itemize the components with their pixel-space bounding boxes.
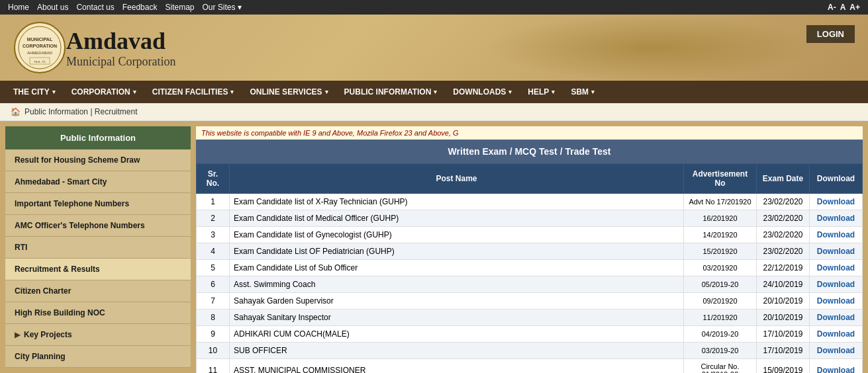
download-link[interactable]: Download <box>817 280 855 289</box>
nav-our-sites[interactable]: Our Sites ▾ <box>203 3 242 12</box>
cell-date: 23/02/2020 <box>757 194 810 210</box>
key-projects-arrow-icon: ▶ <box>15 331 20 339</box>
main-navigation: THE CITY ▾ CORPORATION ▾ CITIZEN FACILIT… <box>0 81 868 103</box>
cell-download[interactable]: Download <box>810 227 863 243</box>
table-row: 1 Exam Candidate list of X-Ray Technicia… <box>197 194 863 210</box>
font-size-controls: A- A A+ <box>828 3 860 12</box>
cell-date: 23/02/2020 <box>757 243 810 260</box>
download-link[interactable]: Download <box>817 214 855 223</box>
table-row: 5 Exam Candidate List of Sub Officer 03/… <box>197 260 863 276</box>
cell-sr: 3 <box>197 227 230 243</box>
table-row: 7 Sahayak Garden Supervisor 09/201920 20… <box>197 293 863 310</box>
breadcrumb-path: Public Information | Recruitment <box>24 107 138 116</box>
col-download: Download <box>810 164 863 194</box>
download-link[interactable]: Download <box>817 197 855 206</box>
cell-sr: 6 <box>197 276 230 293</box>
nav-sitemap[interactable]: Sitemap <box>165 3 194 12</box>
nav-contact[interactable]: Contact us <box>76 3 114 12</box>
nav-home[interactable]: Home <box>8 3 29 12</box>
cell-date: 20/10/2019 <box>757 293 810 310</box>
nav-downloads[interactable]: DOWNLOADS ▾ <box>445 81 520 103</box>
sidebar-item-telephone[interactable]: Important Telephone Numbers <box>5 193 191 215</box>
cell-post: ASST. MUNICIPAL COMMISSIONER <box>230 359 684 374</box>
cell-post: Asst. Swimming Coach <box>230 276 684 293</box>
svg-text:MUNICIPAL: MUNICIPAL <box>27 37 53 42</box>
header-text: Amdavad Municipal Corporation <box>66 27 855 69</box>
svg-text:અ.મ.કો.: અ.મ.કો. <box>34 60 46 63</box>
cell-post: Sahayak Sanitary Inspector <box>230 310 684 326</box>
cell-download[interactable]: Download <box>810 343 863 359</box>
svg-text:CORPORATION: CORPORATION <box>23 44 57 48</box>
nav-public-information[interactable]: PUBLIC INFORMATION ▾ <box>336 81 446 103</box>
main-content: This website is compatible with IE 9 and… <box>196 126 863 373</box>
cell-download[interactable]: Download <box>810 210 863 227</box>
table-section-title: Written Exam / MCQ Test / Trade Test <box>196 140 863 163</box>
sidebar-item-smart-city[interactable]: Ahmedabad - Smart City <box>5 171 191 193</box>
cell-post: Exam Candidate list of Gynecologist (GUH… <box>230 227 684 243</box>
nav-help[interactable]: HELP ▾ <box>520 81 563 103</box>
font-decrease[interactable]: A- <box>828 3 836 12</box>
cell-adv: Circular No. 01/2019-20 <box>684 359 757 374</box>
sidebar-item-citizen-charter[interactable]: Citizen Charter <box>5 280 191 302</box>
table-row: 11 ASST. MUNICIPAL COMMISSIONER Circular… <box>197 359 863 374</box>
cell-sr: 2 <box>197 210 230 227</box>
site-header: MUNICIPAL CORPORATION AHMEDABAD અ.મ.કો. … <box>0 15 868 81</box>
sidebar-item-city-planning[interactable]: City Planning <box>5 346 191 368</box>
download-link[interactable]: Download <box>817 366 855 373</box>
nav-citizen-facilities[interactable]: CITIZEN FACILITIES ▾ <box>144 81 242 103</box>
cell-post: Exam Candidate List of Sub Officer <box>230 260 684 276</box>
nav-the-city[interactable]: THE CITY ▾ <box>5 81 64 103</box>
sidebar-item-recruitment[interactable]: Recruitment & Results <box>5 259 191 280</box>
download-link[interactable]: Download <box>817 230 855 239</box>
font-increase[interactable]: A+ <box>849 3 860 12</box>
cell-post: ADHIKARI CUM COACH(MALE) <box>230 326 684 343</box>
cell-download[interactable]: Download <box>810 276 863 293</box>
download-link[interactable]: Download <box>817 296 855 306</box>
breadcrumb: 🏠 Public Information | Recruitment <box>0 103 868 121</box>
content-area: Public Information Result for Housing Sc… <box>0 121 868 373</box>
cell-adv: 15/201920 <box>684 243 757 260</box>
download-link[interactable]: Download <box>817 313 855 322</box>
sidebar-item-housing[interactable]: Result for Housing Scheme Draw <box>5 149 191 171</box>
login-button[interactable]: LOGIN <box>806 25 855 43</box>
nav-sbm-arrow: ▾ <box>591 89 595 95</box>
sidebar-item-key-projects[interactable]: ▶ Key Projects <box>5 324 191 346</box>
font-normal[interactable]: A <box>840 3 846 12</box>
col-adv: Advertisement No <box>684 164 757 194</box>
cell-download[interactable]: Download <box>810 243 863 260</box>
cell-download[interactable]: Download <box>810 310 863 326</box>
cell-sr: 11 <box>197 359 230 374</box>
nav-online-services[interactable]: ONLINE SERVICES ▾ <box>242 81 336 103</box>
sidebar-item-highrise[interactable]: High Rise Building NOC <box>5 302 191 324</box>
nav-sbm[interactable]: SBM ▾ <box>563 81 603 103</box>
home-icon[interactable]: 🏠 <box>11 107 21 116</box>
cell-adv: 05/2019-20 <box>684 276 757 293</box>
cell-download[interactable]: Download <box>810 359 863 374</box>
col-date: Exam Date <box>757 164 810 194</box>
cell-post: SUB OFFICER <box>230 343 684 359</box>
table-row: 10 SUB OFFICER 03/2019-20 17/10/2019 Dow… <box>197 343 863 359</box>
nav-the-city-arrow: ▾ <box>52 89 56 95</box>
compat-notice: This website is compatible with IE 9 and… <box>196 126 863 140</box>
cell-download[interactable]: Download <box>810 326 863 343</box>
table-row: 4 Exam Candidate List OF Pediatrician (G… <box>197 243 863 260</box>
cell-download[interactable]: Download <box>810 293 863 310</box>
cell-download[interactable]: Download <box>810 260 863 276</box>
download-link[interactable]: Download <box>817 346 855 355</box>
sidebar-title: Public Information <box>5 126 191 149</box>
table-row: 8 Sahayak Sanitary Inspector 11/201920 2… <box>197 310 863 326</box>
nav-about[interactable]: About us <box>37 3 68 12</box>
download-link[interactable]: Download <box>817 263 855 272</box>
nav-corporation[interactable]: CORPORATION ▾ <box>64 81 144 103</box>
sidebar-item-rti[interactable]: RTI <box>5 237 191 259</box>
cell-download[interactable]: Download <box>810 194 863 210</box>
nav-feedback[interactable]: Feedback <box>122 3 158 12</box>
site-logo: MUNICIPAL CORPORATION AHMEDABAD અ.મ.કો. <box>13 21 66 74</box>
col-sr: Sr. No. <box>197 164 230 194</box>
nav-help-arrow: ▾ <box>552 89 555 95</box>
cell-date: 24/10/2019 <box>757 276 810 293</box>
download-link[interactable]: Download <box>817 329 855 339</box>
sidebar-item-officer-telephone[interactable]: AMC Officer's Telephone Numbers <box>5 215 191 237</box>
cell-adv: Advt No 17/201920 <box>684 194 757 210</box>
download-link[interactable]: Download <box>817 247 855 256</box>
